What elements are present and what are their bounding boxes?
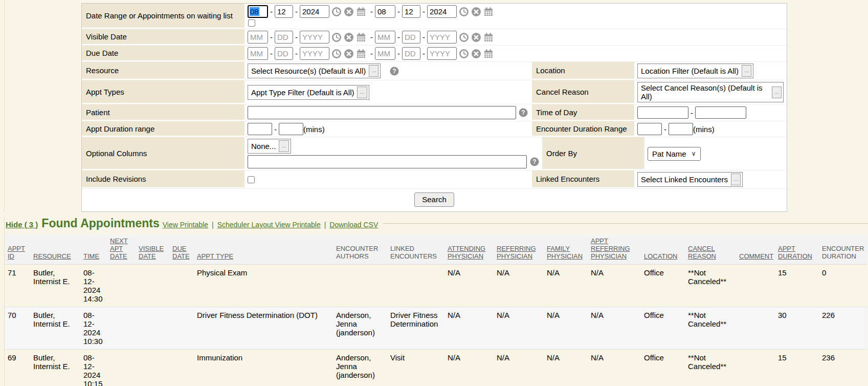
column-header-visible-date[interactable]: VISIBLE DATE	[136, 234, 169, 265]
date-from-year-input[interactable]	[300, 5, 329, 18]
column-header-comment[interactable]: COMMENT	[736, 234, 775, 265]
clear-date-icon[interactable]	[471, 32, 481, 42]
column-header-family-physician[interactable]: FAMILY PHYSICIAN	[544, 234, 588, 265]
appointment-cell: Anderson, Jenna (janderson)	[333, 350, 387, 386]
time-of-day-start-input[interactable]	[637, 106, 688, 119]
month-input[interactable]	[248, 31, 268, 44]
clock-icon[interactable]	[459, 32, 469, 42]
column-header-due-date[interactable]: DUE DATE	[169, 234, 194, 265]
date-to-month-input[interactable]	[375, 5, 395, 18]
clock-icon[interactable]	[331, 32, 342, 42]
column-header-label[interactable]: TIME	[83, 252, 99, 260]
clear-date-icon[interactable]	[471, 7, 481, 17]
clear-date-icon[interactable]	[344, 32, 354, 42]
calendar-icon[interactable]	[483, 7, 494, 17]
column-header-appt-duration[interactable]: APPT DURATION	[775, 234, 819, 265]
month-input[interactable]	[375, 31, 395, 44]
month-input[interactable]	[375, 47, 395, 60]
day-input[interactable]	[402, 47, 420, 60]
column-header-label[interactable]: COMMENT	[739, 252, 773, 260]
column-header-label[interactable]: APPT ID	[8, 245, 25, 260]
column-header-attending-physician[interactable]: ATTENDING PHYSICIAN	[444, 234, 494, 265]
column-header-label[interactable]: DUE DATE	[172, 245, 190, 260]
linked-encounters-more-button[interactable]: ...	[731, 174, 741, 185]
column-header-label[interactable]: APPT REFERRING PHYSICIAN	[591, 237, 630, 260]
location-picker-text: Location Filter (Default is All)	[641, 67, 739, 75]
column-header-label[interactable]: LOCATION	[644, 252, 678, 260]
month-input[interactable]	[248, 47, 268, 60]
column-header-appt-type[interactable]: APPT TYPE	[194, 234, 333, 265]
hide-results-link[interactable]: Hide ( 3 )	[6, 220, 38, 229]
optional-columns-input[interactable]	[248, 155, 527, 168]
calendar-icon[interactable]	[483, 32, 494, 42]
clock-icon[interactable]	[331, 7, 342, 17]
day-input[interactable]	[275, 31, 293, 44]
date-from-day-input[interactable]	[275, 5, 293, 18]
column-header-next-apt-date[interactable]: NEXT APT DATE	[107, 234, 136, 265]
include-revisions-checkbox[interactable]	[248, 176, 255, 183]
clock-icon[interactable]	[459, 7, 469, 17]
column-header-label[interactable]: VISIBLE DATE	[139, 245, 164, 260]
help-icon[interactable]: ?	[519, 108, 528, 117]
view-printable-link[interactable]: View Printable	[163, 221, 208, 229]
appt-duration-max-input[interactable]	[279, 123, 303, 135]
link-separator: |	[212, 221, 214, 229]
time-of-day-end-input[interactable]	[695, 106, 746, 119]
cancel-reason-more-button[interactable]: ...	[772, 87, 782, 98]
date-to-day-input[interactable]	[402, 5, 420, 18]
column-header-time[interactable]: TIME	[80, 234, 107, 265]
location-more-button[interactable]: ...	[742, 65, 751, 77]
day-input[interactable]	[402, 31, 420, 44]
column-header-resource[interactable]: RESOURCE	[30, 234, 80, 265]
resource-picker[interactable]: Select Resource(s) (Default is All) ...	[248, 63, 381, 78]
column-header-label[interactable]: REFERRING PHYSICIAN	[497, 245, 536, 260]
waiting-list-checkbox[interactable]	[248, 19, 255, 27]
scheduler-layout-view-printable-link[interactable]: Scheduler Layout View Printable	[217, 221, 321, 229]
calendar-icon[interactable]	[356, 49, 366, 59]
linked-encounters-picker[interactable]: Select Linked Encounters ...	[637, 172, 743, 187]
resource-more-button[interactable]: ...	[369, 65, 379, 77]
year-input[interactable]	[427, 47, 457, 60]
column-header-label[interactable]: NEXT APT DATE	[110, 237, 128, 260]
order-by-select[interactable]: Pat Name ∨	[648, 147, 701, 161]
location-picker[interactable]: Location Filter (Default is All) ...	[637, 63, 753, 78]
help-icon[interactable]: ?	[390, 67, 399, 76]
optional-columns-more-button[interactable]: ...	[279, 140, 288, 152]
column-header-label[interactable]: APPT TYPE	[197, 252, 233, 260]
column-header-label[interactable]: FAMILY PHYSICIAN	[547, 245, 583, 260]
help-icon[interactable]: ?	[530, 157, 539, 166]
day-input[interactable]	[275, 47, 293, 60]
column-header-referring-physician[interactable]: REFERRING PHYSICIAN	[494, 234, 544, 265]
appt-duration-min-input[interactable]	[248, 123, 272, 135]
clock-icon[interactable]	[459, 49, 469, 59]
clock-icon[interactable]	[331, 49, 342, 59]
year-input[interactable]	[427, 31, 457, 44]
column-header-label[interactable]: ATTENDING PHYSICIAN	[448, 245, 485, 260]
cancel-reason-picker[interactable]: Select Cancel Reason(s) (Default is All)…	[637, 82, 784, 102]
year-input[interactable]	[300, 31, 329, 44]
search-button[interactable]: Search	[414, 192, 454, 207]
column-header-appt-referring-physician[interactable]: APPT REFERRING PHYSICIAN	[588, 234, 641, 265]
column-header-label[interactable]: APPT DURATION	[778, 245, 812, 260]
clear-date-icon[interactable]	[471, 49, 481, 59]
date-to-year-input[interactable]	[427, 5, 457, 18]
calendar-icon[interactable]	[356, 7, 366, 17]
clear-date-icon[interactable]	[344, 49, 354, 59]
column-header-appt-id[interactable]: APPT ID	[5, 234, 30, 265]
download-csv-link[interactable]: Download CSV	[329, 221, 378, 229]
column-header-location[interactable]: LOCATION	[641, 234, 685, 265]
optional-columns-picker[interactable]: None... ...	[248, 139, 291, 154]
encounter-duration-min-input[interactable]	[637, 123, 662, 135]
clear-date-icon[interactable]	[344, 7, 354, 17]
year-input[interactable]	[300, 47, 329, 60]
appt-type-picker[interactable]: Appt Type Filter (Default is All) ...	[248, 85, 369, 100]
column-header-cancel-reason[interactable]: CANCEL REASON	[685, 234, 736, 265]
date-from-month-input[interactable]: 08	[248, 5, 268, 18]
appt-type-more-button[interactable]: ...	[357, 87, 367, 98]
patient-input[interactable]	[248, 106, 516, 119]
column-header-label[interactable]: RESOURCE	[33, 252, 71, 260]
encounter-duration-max-input[interactable]	[669, 123, 693, 135]
calendar-icon[interactable]	[483, 49, 494, 59]
column-header-label[interactable]: CANCEL REASON	[688, 245, 716, 260]
calendar-icon[interactable]	[356, 32, 366, 42]
